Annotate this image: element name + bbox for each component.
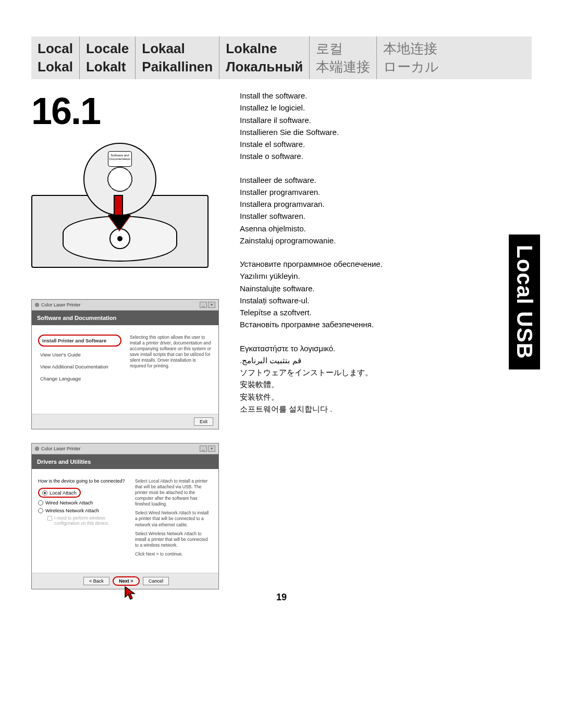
window-title: Color Laser Printer	[41, 302, 81, 307]
desc-p: Select Wired Network Attach to install a…	[135, 510, 212, 527]
lang-col-3: Lokaal Paikallinen	[136, 36, 219, 79]
radio-label: Local Attach	[50, 490, 77, 496]
window-titlebar: Color Laser Printer _ ×	[32, 300, 218, 311]
next-button[interactable]: Next >	[113, 576, 139, 586]
installer-window-software: Color Laser Printer _ × Software and Doc…	[31, 299, 219, 429]
instruction-line: 소프트웨어를 설치합니다 .	[240, 403, 474, 415]
cancel-button[interactable]: Cancel	[143, 577, 169, 585]
instruction-line: Installer programvaren.	[240, 186, 474, 198]
back-button[interactable]: < Back	[83, 577, 109, 585]
minimize-icon[interactable]: _	[200, 302, 207, 308]
lang-cell: 로컬	[316, 40, 370, 58]
instruction-line: Installez le logiciel.	[240, 102, 474, 114]
instruction-line: Zainstaluj oprogramowanie.	[240, 235, 474, 246]
menu-change-language[interactable]: Change Language	[38, 373, 121, 385]
instructions-group-3: Установите программное обеспечение. Yazı…	[240, 258, 474, 331]
menu-install-printer-software[interactable]: Install Printer and Software	[38, 335, 121, 347]
instruction-line: Instalați software-ul.	[240, 294, 474, 306]
app-icon	[35, 447, 39, 451]
instruction-line: Εγκαταστήστε το λογισμικό.	[240, 342, 474, 354]
desc-p: Select Wireless Network Attach to instal…	[135, 531, 212, 548]
desc-p: Select Local Attach to install a printer…	[135, 478, 212, 507]
checkbox-icon	[47, 516, 52, 521]
instruction-line: Встановіть програмне забезпечення.	[240, 318, 474, 330]
desc-p: Click Next > to continue.	[135, 551, 212, 557]
radio-label: Wired Network Attach	[45, 500, 93, 505]
page-number: 19	[0, 592, 563, 603]
instruction-line: Telepítse a szoftvert.	[240, 306, 474, 318]
radio-wireless-network[interactable]: Wireless Network Attach	[38, 508, 127, 513]
instruction-line: Installeer de software.	[240, 174, 474, 186]
menu-list: Install Printer and Software View User's…	[38, 335, 121, 398]
instructions-group-2: Installeer de software. Installer progra…	[240, 174, 474, 247]
radio-wired-network[interactable]: Wired Network Attach	[38, 500, 127, 505]
instruction-line: 安裝軟體。	[240, 378, 474, 390]
lang-cell: 本地连接	[383, 40, 439, 58]
window-banner: Software and Documentation	[32, 311, 218, 325]
lang-cell: Локальный	[226, 58, 303, 76]
minimize-icon[interactable]: _	[200, 446, 207, 452]
exit-button[interactable]: Exit	[194, 417, 213, 426]
checkbox-label: I need to perform wireless configuration…	[54, 515, 127, 526]
wireless-config-checkbox: I need to perform wireless configuration…	[47, 515, 127, 526]
app-icon	[35, 303, 39, 307]
instruction-line: Установите программное обеспечение.	[240, 258, 474, 270]
instruction-line: Installera programvaran.	[240, 198, 474, 210]
window-titlebar: Color Laser Printer _ ×	[32, 443, 218, 454]
instruction-line: Install the software.	[240, 90, 474, 102]
lang-cell: 本端連接	[316, 58, 370, 76]
radio-local-attach[interactable]: Local Attach	[38, 488, 81, 498]
instruction-line: Yazılımı yükleyin.	[240, 270, 474, 282]
connection-description: Select Local Attach to install a printer…	[135, 478, 212, 557]
instruction-line: Installieren Sie die Software.	[240, 126, 474, 138]
lang-cell: Lokalt	[86, 58, 129, 76]
lang-cell: ローカル	[383, 58, 439, 76]
tray-spindle	[109, 228, 130, 249]
instructions-group-4: Εγκαταστήστε το λογισμικό. قم بتثبيت الب…	[240, 342, 474, 415]
lang-cell: Lokalne	[226, 40, 303, 58]
installer-window-drivers: Color Laser Printer _ × Drivers and Util…	[31, 443, 219, 589]
step-number: 16.1	[31, 90, 219, 132]
window-banner: Drivers and Utilities	[32, 454, 218, 469]
instruction-line: Installare il software.	[240, 114, 474, 126]
lang-col-1: Local Lokal	[31, 36, 80, 79]
lang-col-6: 本地连接 ローカル	[377, 36, 445, 79]
lang-cell: Lokal	[38, 58, 73, 76]
instruction-line: Installer softwaren.	[240, 210, 474, 222]
lang-col-5: 로컬 本端連接	[310, 36, 377, 79]
menu-view-user-guide[interactable]: View User's Guide	[38, 349, 121, 361]
connection-question: How is the device going to be connected?	[38, 478, 127, 484]
instruction-line: ソフトウェアをインストールします。	[240, 366, 474, 378]
language-header: Local Lokal Locale Lokalt Lokaal Paikall…	[31, 36, 532, 79]
lang-cell: Locale	[86, 40, 129, 58]
menu-description: Selecting this option allows the user to…	[130, 335, 212, 398]
lang-cell: Paikallinen	[142, 58, 213, 76]
instruction-line: 安装软件。	[240, 391, 474, 403]
instruction-line: قم بتثبيت البرنامج.	[240, 354, 474, 366]
instructions-group-1: Install the software. Installez le logic…	[240, 90, 474, 163]
lang-col-4: Lokalne Локальный	[219, 36, 310, 79]
side-tab-local-usb: Local USB	[509, 235, 540, 369]
radio-label: Wireless Network Attach	[45, 508, 99, 513]
instruction-line: Instale el software.	[240, 138, 474, 150]
radio-icon	[38, 500, 43, 505]
cd-label: Software and Documentation	[108, 151, 132, 167]
lang-cell: Lokaal	[142, 40, 213, 58]
close-icon[interactable]: ×	[208, 446, 215, 452]
instruction-line: Asenna ohjelmisto.	[240, 223, 474, 235]
radio-icon	[38, 508, 43, 513]
window-title: Color Laser Printer	[41, 446, 81, 451]
radio-icon	[42, 490, 47, 496]
lang-cell: Local	[38, 40, 73, 58]
close-icon[interactable]: ×	[208, 302, 215, 308]
menu-view-additional-docs[interactable]: View Additional Documentation	[38, 361, 121, 373]
instruction-line: Instale o software.	[240, 150, 474, 162]
cd-insert-illustration: Software and Documentation	[31, 143, 209, 278]
instruction-line: Nainstalujte software.	[240, 282, 474, 294]
lang-col-2: Locale Lokalt	[80, 36, 136, 79]
